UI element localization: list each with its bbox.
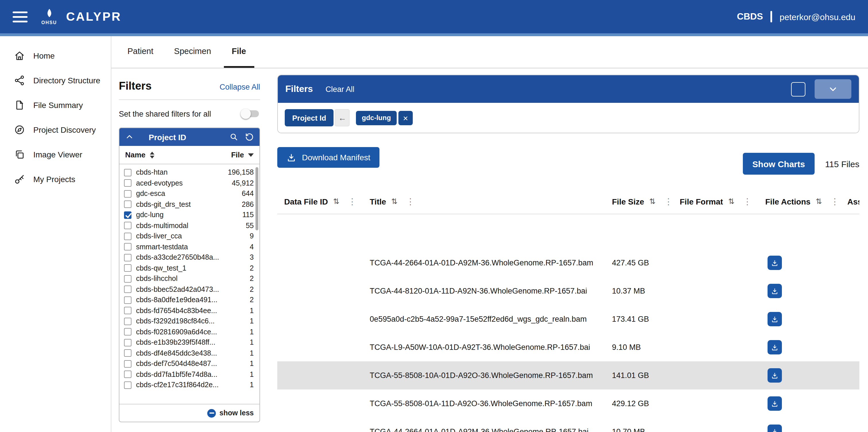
column-header-file-actions[interactable]: File Actions ⇅ ⋮: [765, 196, 847, 206]
sort-icon[interactable]: ⇅: [728, 197, 735, 206]
facet-option[interactable]: cbds-bbec52ad42a0473...2: [119, 284, 259, 295]
clear-all-link[interactable]: Clear All: [326, 85, 354, 93]
show-charts-button[interactable]: Show Charts: [743, 153, 815, 175]
checkbox[interactable]: [124, 169, 131, 176]
column-menu-icon[interactable]: ⋮: [664, 196, 673, 206]
facet-option[interactable]: cbds-multimodal55: [119, 220, 259, 231]
checkbox[interactable]: [124, 222, 131, 230]
column-menu-icon[interactable]: ⋮: [830, 196, 839, 206]
sidebar-item-my-projects[interactable]: My Projects: [0, 167, 111, 191]
tab-patient[interactable]: Patient: [119, 36, 161, 68]
table-row[interactable]: TCGA-L9-A50W-10A-01D-A92T-36.WholeGenome…: [277, 333, 859, 361]
collapse-all-link[interactable]: Collapse All: [220, 83, 260, 91]
facet-option[interactable]: gdc-lung115: [119, 210, 259, 220]
table-row[interactable]: TCGA-55-8508-01A-11D-A92O-36.WholeGenome…: [277, 390, 859, 417]
download-file-button[interactable]: [768, 284, 782, 298]
tab-file[interactable]: File: [224, 36, 254, 68]
checkbox[interactable]: [124, 286, 131, 293]
search-icon[interactable]: [229, 133, 238, 141]
checkbox[interactable]: [124, 328, 131, 336]
table-row[interactable]: TCGA-44-8120-01A-11D-A92N-36.WholeGenome…: [277, 277, 859, 305]
facet-option[interactable]: cbds-a33cde27650b48a...3: [119, 252, 259, 263]
name-sort-icon[interactable]: [150, 151, 155, 158]
sort-icon[interactable]: ⇅: [333, 197, 340, 206]
user-email[interactable]: peterkor@ohsu.edu: [780, 12, 856, 22]
sort-icon[interactable]: ⇅: [391, 197, 398, 206]
checkbox[interactable]: [124, 275, 131, 283]
download-file-button[interactable]: [768, 256, 782, 270]
facet-option[interactable]: smmart-testdata4: [119, 241, 259, 252]
sort-icon[interactable]: ⇅: [816, 197, 822, 206]
checkbox[interactable]: [124, 339, 131, 346]
checkbox[interactable]: [124, 318, 131, 325]
shared-filters-toggle[interactable]: [241, 109, 260, 119]
checkbox[interactable]: [124, 254, 131, 261]
sidebar-item-project-discovery[interactable]: Project Discovery: [0, 117, 111, 142]
sidebar-item-home[interactable]: Home: [0, 43, 111, 68]
facet-option[interactable]: cbds-8a0dfe1e9dea491...2: [119, 295, 259, 305]
download-file-button[interactable]: [768, 340, 782, 354]
column-menu-icon[interactable]: ⋮: [743, 196, 752, 206]
caret-down-icon[interactable]: [248, 153, 254, 156]
sidebar-item-image-viewer[interactable]: Image Viewer: [0, 142, 111, 167]
filter-chip-gdc-lung[interactable]: gdc-lung: [356, 111, 397, 125]
chevron-up-icon[interactable]: [125, 133, 134, 141]
facet-option[interactable]: cbds-def7c504d48e487...1: [119, 358, 259, 369]
facet-option[interactable]: cbds-f3292d198cf84c6...1: [119, 316, 259, 326]
checkbox[interactable]: [124, 371, 131, 378]
download-file-button[interactable]: [768, 396, 782, 411]
checkbox[interactable]: [124, 179, 131, 187]
checkbox[interactable]: [124, 264, 131, 272]
checkbox[interactable]: [124, 296, 131, 304]
facet-option[interactable]: cbds-git_drs_test286: [119, 199, 259, 210]
name-column-header[interactable]: Name: [125, 150, 146, 159]
table-row[interactable]: 0e595a0d-c2b5-4a52-99a7-15e52ff2ed6d_wgs…: [277, 305, 859, 333]
checkbox[interactable]: [124, 190, 131, 198]
column-header-file-format[interactable]: File Format ⇅ ⋮: [680, 196, 765, 206]
menu-icon[interactable]: [12, 11, 28, 22]
minus-circle-icon[interactable]: [208, 409, 216, 417]
facet-option[interactable]: cbds-fd7654b4c83b4ee...1: [119, 305, 259, 316]
checkbox-checked[interactable]: [124, 211, 131, 219]
facet-option[interactable]: cbds-lihcchol2: [119, 273, 259, 284]
sidebar-item-file-summary[interactable]: File Summary: [0, 92, 111, 117]
table-row[interactable]: TCGA-55-8508-10A-01D-A92O-36.WholeGenome…: [277, 361, 859, 390]
checkbox[interactable]: [124, 350, 131, 357]
checkbox[interactable]: [124, 233, 131, 240]
facet-option[interactable]: cbds-dd7fa1bf5fe74d8a...1: [119, 369, 259, 380]
facet-option[interactable]: cbds-e1b39b239f5f48ff...1: [119, 337, 259, 348]
show-less-link[interactable]: show less: [220, 409, 254, 417]
download-file-button[interactable]: [768, 425, 782, 432]
sidebar-item-directory-structure[interactable]: Directory Structure: [0, 68, 111, 92]
scrollbar-thumb[interactable]: [255, 167, 258, 230]
facet-option[interactable]: cbds-f02816909a6d4ce...1: [119, 326, 259, 337]
column-header-data-file-id[interactable]: Data File ID ⇅ ⋮: [284, 196, 370, 206]
collapse-filters-button[interactable]: [815, 79, 851, 99]
checkbox[interactable]: [124, 381, 131, 389]
facet-option[interactable]: cbds-htan196,158: [119, 167, 259, 178]
facet-option[interactable]: aced-evotypes45,912: [119, 178, 259, 189]
select-all-checkbox[interactable]: [791, 82, 805, 96]
column-header-file-size[interactable]: File Size ⇅ ⋮: [612, 196, 680, 206]
facet-option[interactable]: cbds-cf2e17c31f864d2e...1: [119, 380, 259, 390]
facet-option[interactable]: gdc-esca644: [119, 189, 259, 199]
checkbox[interactable]: [124, 307, 131, 315]
table-row[interactable]: TCGA-44-2664-01A-01D-A92M-36.WholeGenome…: [277, 249, 859, 277]
filter-back-button[interactable]: ←: [335, 109, 350, 126]
file-column-header[interactable]: File: [231, 150, 244, 159]
column-menu-icon[interactable]: ⋮: [406, 196, 415, 206]
download-file-button[interactable]: [768, 368, 782, 383]
download-file-button[interactable]: [768, 312, 782, 326]
checkbox[interactable]: [124, 360, 131, 368]
facet-option[interactable]: cbds-df4e845ddc3e438...1: [119, 348, 259, 358]
remove-filter-button[interactable]: ×: [398, 111, 413, 125]
checkbox[interactable]: [124, 243, 131, 251]
column-header-assembly[interactable]: Ass: [847, 197, 859, 206]
filter-group-project-id[interactable]: Project Id: [285, 109, 334, 126]
download-manifest-button[interactable]: Download Manifest: [277, 147, 379, 168]
checkbox[interactable]: [124, 201, 131, 208]
facet-option[interactable]: cbds-liver_cca9: [119, 231, 259, 241]
column-menu-icon[interactable]: ⋮: [348, 196, 356, 206]
sort-icon[interactable]: ⇅: [649, 197, 656, 206]
column-header-title[interactable]: Title ⇅ ⋮: [370, 196, 612, 206]
